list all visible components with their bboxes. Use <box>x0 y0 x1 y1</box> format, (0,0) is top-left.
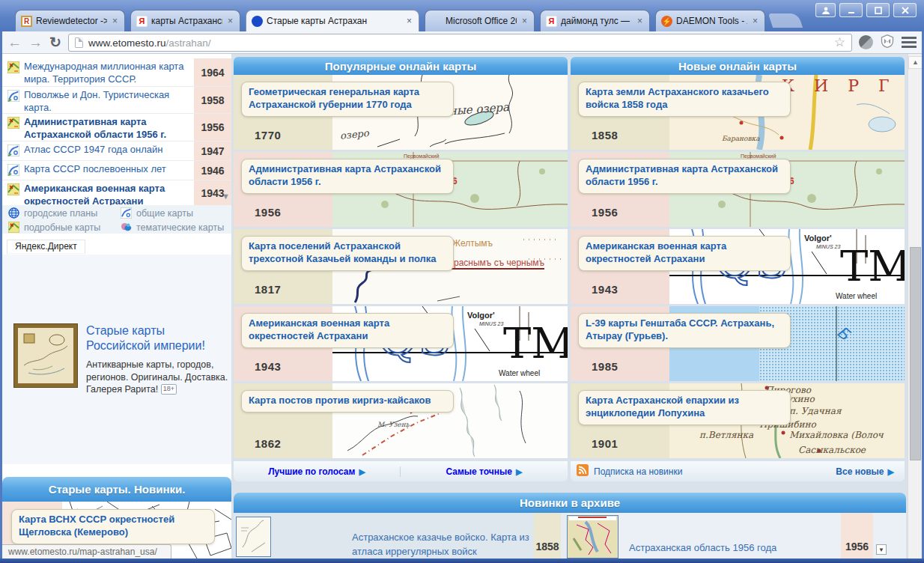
archive-scroll-down-icon[interactable]: ▼ <box>876 544 887 555</box>
popular-maps-header: Популярные онлайн карты <box>234 57 568 76</box>
map-card-link[interactable]: Карта постов против киргиз-кайсаков <box>241 390 454 413</box>
map-link[interactable]: Американская военная карта окрестностей … <box>24 180 192 205</box>
yandex-favicon <box>136 16 148 27</box>
map-label: TM <box>503 323 568 365</box>
tab-close-icon[interactable] <box>226 16 234 26</box>
sidebar-map-row[interactable]: Атлас СССР 1947 года онлайн 1947 <box>2 141 231 160</box>
map-card-link[interactable]: L-39 карты Генштаба СССР. Астрахань, Аты… <box>578 313 791 348</box>
sidebar-map-row[interactable]: Карта СССР послевоенных лет 1946 <box>2 160 231 180</box>
tab-close-icon[interactable] <box>520 16 529 26</box>
map-link[interactable]: Атлас СССР 1947 года онлайн <box>24 141 192 160</box>
minimize-button[interactable] <box>839 3 863 17</box>
tab-daemon-search[interactable]: даймонд тулс — Яндек <box>540 10 650 31</box>
browser-toolbar: ← → ↻ www.etomesto.ru/astrahan/ ☆ <box>0 31 924 54</box>
tab-title: DAEMON Tools - лучш <box>676 16 747 26</box>
map-link[interactable]: Карта СССР послевоенных лет <box>24 161 192 180</box>
map-row-1770[interactable]: соленые озера озеро Геометрическая генер… <box>234 75 568 150</box>
news-map-card[interactable]: Карта ВСНХ СССР окрестностей Щегловска (… <box>11 509 215 544</box>
scrollbar-thumb[interactable] <box>910 247 921 460</box>
sidebar-map-row[interactable]: Административная карта Астраханской обла… <box>2 113 231 141</box>
tab-reviewdetector[interactable]: Reviewdetector -> Карт <box>15 10 125 31</box>
tab-close-icon[interactable] <box>111 16 119 26</box>
tab-daemon-tools[interactable]: DAEMON Tools - лучш <box>655 10 765 31</box>
map-card-link[interactable]: Американская военная карта окрестностей … <box>578 236 791 271</box>
archive-item-year: 1858 <box>534 513 561 559</box>
map-link[interactable]: Административная карта Астраханской обла… <box>24 114 192 141</box>
address-bar[interactable]: www.etomesto.ru/astrahan/ ☆ <box>68 34 852 52</box>
grid-line <box>836 306 837 381</box>
mcafee-shield-icon[interactable] <box>880 34 895 52</box>
menu-icon[interactable] <box>902 37 917 48</box>
map-link[interactable]: Международная миллионная карта мира. Тер… <box>24 58 192 86</box>
page-scrollbar[interactable]: ▲ <box>908 54 922 559</box>
map-label: Volgor' <box>467 311 495 320</box>
archive-thumbnail[interactable] <box>567 515 618 559</box>
legend-thematic-maps[interactable]: тематические карты <box>121 222 237 233</box>
map-label: MINUS 23 <box>816 244 840 249</box>
tab-yandex-search-maps[interactable]: карты Астраханской гу <box>130 10 240 31</box>
tab-etomesto-active[interactable]: Старые карты Астрахан <box>246 10 419 31</box>
map-link[interactable]: Поволжье и Дон. Туристическая карта. <box>24 87 192 113</box>
map-card-link[interactable]: Административная карта Астраханской обла… <box>241 159 454 194</box>
general-map-icon <box>7 164 19 176</box>
archive-thumbnail[interactable] <box>236 517 271 557</box>
map-row-1862[interactable]: М. Узень Карта постов против киргиз-кайс… <box>234 383 568 458</box>
bookmark-star-icon[interactable]: ☆ <box>834 34 845 50</box>
maximize-button[interactable] <box>866 3 890 17</box>
map-row-1858[interactable]: КИРГ Старицкое Барановка Карта земли Аст… <box>571 75 905 150</box>
office-favicon <box>431 16 442 27</box>
tab-close-icon[interactable] <box>405 16 413 26</box>
tab-close-icon[interactable] <box>636 16 644 26</box>
back-icon[interactable]: ← <box>7 35 22 49</box>
map-card-link[interactable]: Карта Астраханской епархии из энциклопед… <box>578 390 791 425</box>
sidebar-map-row[interactable]: Поволжье и Дон. Туристическая карта. 195… <box>2 86 231 113</box>
subscribe-link[interactable]: Подписка на новинки <box>594 466 682 477</box>
map-card-link[interactable]: Карта земли Астраханского казачьего войс… <box>578 82 791 117</box>
legend-general-maps[interactable]: общие карты <box>121 207 237 219</box>
map-row-1943[interactable]: QS TM Volgor' MINUS 23 Water wheel Амери… <box>571 229 905 304</box>
legend-city-plans[interactable]: городские планы <box>8 207 121 219</box>
map-label: М. Узень <box>377 421 410 428</box>
reload-icon[interactable]: ↻ <box>49 35 61 49</box>
legend-detailed-maps[interactable]: подробные карты <box>8 222 121 233</box>
all-new-link[interactable]: Все новые <box>836 466 894 477</box>
map-row-1956[interactable]: 6 Первомайский Административная карта Ас… <box>234 152 568 227</box>
tab-ms-office[interactable]: Microsoft Office 2007 En <box>425 10 535 31</box>
legend-label: тематические карты <box>136 222 224 233</box>
close-button[interactable] <box>893 3 917 17</box>
general-map-icon <box>7 144 19 156</box>
new-tab-button[interactable] <box>768 13 803 28</box>
map-row-1956[interactable]: 6 Первомайский Административная карта Ас… <box>571 152 905 227</box>
map-card-link[interactable]: Геометрическая генеральная карта Астраха… <box>241 82 454 117</box>
map-row-1901[interactable]: Пирогово тухино п. Удачная Пришибино п.В… <box>571 383 905 458</box>
detailed-map-icon <box>7 183 19 195</box>
archive-item-title[interactable]: Астраханское казачье войско. Карта из ат… <box>352 531 539 559</box>
sidebar-map-row[interactable]: Международная миллионная карта мира. Тер… <box>2 58 231 86</box>
tab-close-icon[interactable] <box>751 16 759 26</box>
forward-icon[interactable]: → <box>28 35 43 49</box>
map-year: 1943 <box>592 283 618 296</box>
map-card-link[interactable]: Административная карта Астраханской обла… <box>578 159 791 194</box>
tab-title: Reviewdetector -> Карт <box>36 16 107 26</box>
most-accurate-link[interactable]: Самые точные <box>401 466 568 477</box>
detailed-map-icon <box>8 222 19 233</box>
map-card-link[interactable]: Американская военная карта окрестностей … <box>241 313 454 348</box>
archive-item-title[interactable]: Астраханская область 1956 года <box>629 541 831 556</box>
ad-map-image[interactable] <box>14 324 77 387</box>
best-by-votes-link[interactable]: Лучшие по голосам <box>234 466 401 477</box>
list-scroll-down-icon[interactable]: ▼ <box>222 192 230 201</box>
map-row-1985[interactable]: QS Б L-39 карты Генштаба СССР. Астрахань… <box>571 306 905 381</box>
sidebar-map-row[interactable]: Американская военная карта окрестностей … <box>2 180 231 205</box>
scroll-up-icon[interactable]: ▲ <box>908 56 922 69</box>
map-label: MINUS 23 <box>479 321 503 326</box>
map-row-1817[interactable]: Желтымъ Краснымъ съ чернымъ Карта поселе… <box>234 229 568 304</box>
archive-row: Астраханское казачье войско. Карта из ат… <box>234 513 906 559</box>
extension-circle-icon[interactable] <box>859 35 873 49</box>
tab-title: Microsoft Office 2007 En <box>446 16 517 26</box>
map-row-1943[interactable]: QS TM Volgor' MINUS 23 Water wheel Амери… <box>234 306 568 381</box>
map-year: 1943 <box>255 360 281 373</box>
map-card-link[interactable]: Карта поселений Астраханской трехсотной … <box>241 236 454 271</box>
rss-icon[interactable] <box>577 464 589 478</box>
profile-icon[interactable] <box>815 3 836 17</box>
ad-title-link[interactable]: Старые карты Российской империи! <box>86 323 225 353</box>
